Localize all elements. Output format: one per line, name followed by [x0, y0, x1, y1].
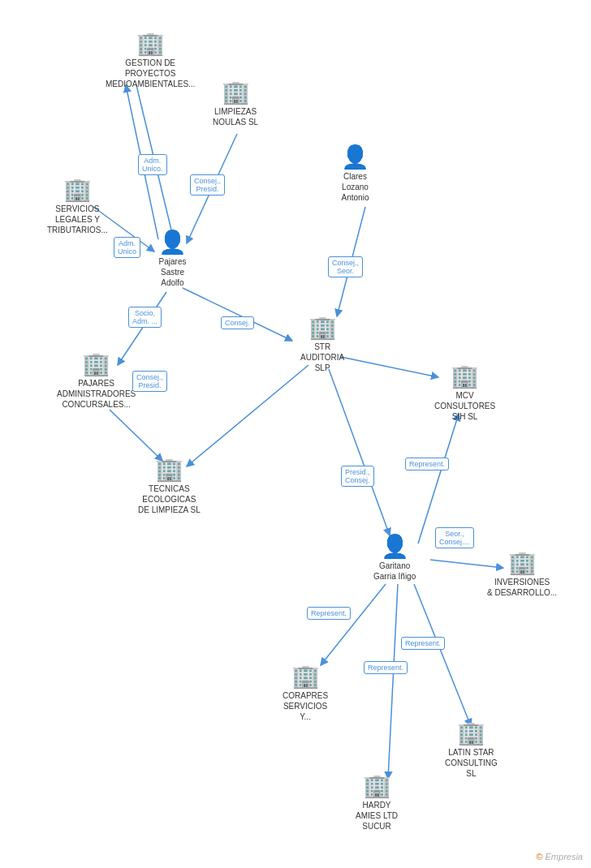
badge-represent-3[interactable]: Represent. — [401, 637, 445, 650]
node-str-auditoria: 🏢 STR AUDITORIA SLP — [300, 316, 344, 373]
badge-adm-unico-1[interactable]: Adm.Unico. — [138, 154, 167, 175]
badge-represent-1[interactable]: Represent. — [405, 458, 449, 471]
building-icon-latin-star: 🏢 — [457, 722, 485, 745]
label-mcv-consultores: MCV CONSULTORES SIH SL — [434, 390, 495, 422]
node-tecnicas-ecologicas: 🏢 TECNICAS ECOLOGICAS DE LIMPIEZA SL — [138, 458, 201, 515]
watermark-copyright: © — [536, 852, 542, 862]
badge-presid-consej[interactable]: Presid.,Consej. — [341, 466, 374, 487]
node-hardy-amies: 🏢 HARDY AMIES LTD SUCUR — [356, 775, 398, 831]
building-icon-limpiezas: 🏢 — [222, 81, 250, 104]
building-icon-servicios: 🏢 — [63, 178, 92, 201]
label-inversiones: INVERSIONES & DESARROLLO... — [487, 577, 557, 598]
badge-consej-seor[interactable]: Consej.,Seor. — [328, 256, 363, 277]
badge-consej-1[interactable]: Consej. — [221, 316, 254, 329]
building-icon-str: 🏢 — [308, 316, 337, 339]
label-str-auditoria: STR AUDITORIA SLP — [300, 342, 344, 373]
svg-line-17 — [388, 584, 398, 779]
label-pajares-sastre: Pajares Sastre Adolfo — [159, 256, 187, 288]
building-icon-tecnicas: 🏢 — [155, 458, 183, 481]
svg-line-16 — [414, 584, 471, 726]
svg-line-12 — [329, 369, 390, 535]
diagram-container: 🏢 GESTION DE PROYECTOS MEDIOAMBIENTALES.… — [0, 0, 591, 868]
label-gestion: GESTION DE PROYECTOS MEDIOAMBIENTALES... — [106, 58, 195, 89]
label-limpiezas: LIMPIEZAS NOULAS SL — [213, 106, 258, 127]
building-icon-corapres: 🏢 — [291, 665, 320, 688]
node-garitano: 👤 Garitano Garria Iñigo — [373, 535, 416, 582]
node-corapres: 🏢 CORAPRES SERVICIOS Y... — [283, 665, 328, 722]
svg-line-15 — [321, 584, 386, 665]
svg-line-11 — [341, 357, 438, 377]
label-hardy-amies: HARDY AMIES LTD SUCUR — [356, 800, 398, 831]
badge-socio-adm[interactable]: Socio,Adm. ... — [128, 307, 162, 328]
svg-line-13 — [418, 414, 459, 544]
node-limpiezas-noulas: 🏢 LIMPIEZAS NOULAS SL — [213, 81, 258, 127]
watermark-brand: Empresia — [546, 852, 583, 862]
label-pajares-admin: PAJARES ADMINISTRADORES CONCURSALES... — [57, 378, 136, 410]
badge-seor-consej[interactable]: Seor.,Consej.... — [435, 527, 474, 548]
node-clares-lozano: 👤 Clares Lozano Antonio — [341, 146, 369, 203]
node-gestion: 🏢 GESTION DE PROYECTOS MEDIOAMBIENTALES.… — [106, 32, 195, 89]
building-icon-pajares-admin: 🏢 — [82, 353, 110, 376]
svg-line-10 — [187, 365, 308, 466]
node-mcv-consultores: 🏢 MCV CONSULTORES SIH SL — [434, 365, 495, 422]
node-servicios-legales: 🏢 SERVICIOS LEGALES Y TRIBUTARIOS... — [47, 178, 108, 235]
badge-adm-unico-2[interactable]: Adm.Unico — [114, 237, 140, 258]
node-pajares-sastre: 👤 Pajares Sastre Adolfo — [158, 231, 187, 288]
node-pajares-admin: 🏢 PAJARES ADMINISTRADORES CONCURSALES... — [57, 353, 136, 410]
connection-arrows — [0, 0, 591, 868]
node-inversiones: 🏢 INVERSIONES & DESARROLLO... — [487, 552, 557, 598]
building-icon-mcv: 🏢 — [451, 365, 479, 388]
badge-represent-2[interactable]: Represent. — [307, 607, 351, 620]
badge-consej-presid-2[interactable]: Consej.,Presid. — [132, 371, 167, 392]
badge-consej-presid-1[interactable]: Consej.,Presid. — [190, 174, 225, 196]
label-clares-lozano: Clares Lozano Antonio — [342, 171, 369, 203]
svg-line-6 — [183, 288, 292, 341]
badge-represent-4[interactable]: Represent. — [364, 661, 408, 674]
person-icon-garitano: 👤 — [381, 535, 409, 558]
building-icon-inversiones: 🏢 — [508, 552, 537, 574]
label-servicios: SERVICIOS LEGALES Y TRIBUTARIOS... — [47, 204, 108, 235]
watermark: © Empresia — [536, 852, 583, 862]
label-garitano: Garitano Garria Iñigo — [373, 561, 416, 582]
svg-line-9 — [110, 410, 162, 461]
building-icon-hardy: 🏢 — [363, 775, 391, 797]
building-icon-gestion: 🏢 — [136, 32, 165, 55]
node-latin-star: 🏢 LATIN STAR CONSULTING SL — [445, 722, 498, 779]
label-tecnicas-ecologicas: TECNICAS ECOLOGICAS DE LIMPIEZA SL — [138, 483, 201, 515]
person-icon-clares: 👤 — [341, 146, 369, 169]
person-icon-pajares: 👤 — [158, 231, 187, 254]
label-corapres: CORAPRES SERVICIOS Y... — [283, 690, 328, 722]
label-latin-star: LATIN STAR CONSULTING SL — [445, 747, 498, 779]
